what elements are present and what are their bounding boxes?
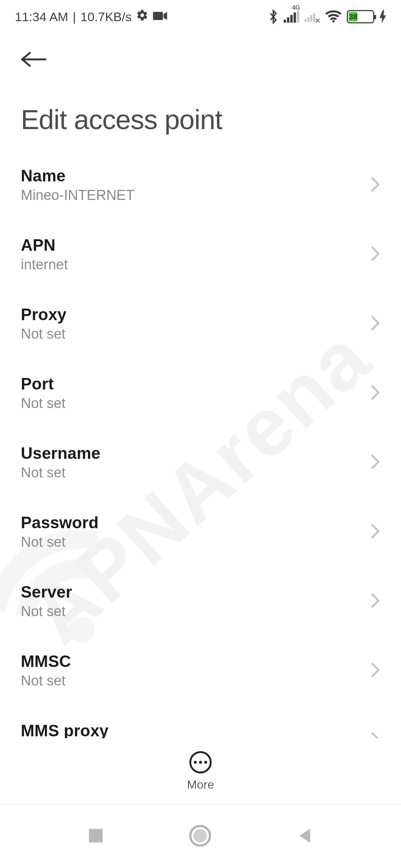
more-label: More (187, 778, 214, 792)
svg-rect-4 (294, 13, 296, 23)
chevron-right-icon (371, 246, 380, 263)
setting-value: internet (21, 257, 68, 273)
setting-text: ProxyNot set (21, 305, 66, 342)
status-bar-left: 11:34 AM | 10.7KB/s (15, 9, 167, 24)
charging-icon (379, 10, 386, 24)
setting-value: Not set (21, 326, 66, 342)
setting-row-name[interactable]: NameMineo-INTERNET (0, 150, 401, 220)
back-button[interactable] (21, 45, 50, 74)
setting-label: Proxy (21, 305, 66, 324)
setting-row-port[interactable]: PortNot set (0, 358, 401, 428)
setting-label: Port (21, 375, 65, 393)
setting-label: APN (21, 236, 68, 254)
more-button[interactable] (189, 751, 212, 773)
svg-rect-5 (297, 11, 299, 23)
svg-rect-2 (287, 17, 289, 23)
setting-value: Not set (21, 465, 100, 481)
setting-row-mms_proxy[interactable]: MMS proxyNot set (0, 705, 401, 738)
bluetooth-icon (268, 9, 278, 24)
battery-percent: 38 (349, 12, 358, 22)
status-bar: 11:34 AM | 10.7KB/s 4G 38 (0, 0, 401, 33)
svg-rect-1 (284, 20, 286, 23)
more-dots-icon (199, 761, 202, 764)
setting-text: APNinternet (21, 236, 68, 273)
chevron-right-icon (371, 593, 380, 610)
svg-point-13 (193, 829, 207, 842)
setting-row-password[interactable]: PasswordNot set (0, 497, 401, 566)
network-badge: 4G (292, 4, 300, 11)
setting-row-apn[interactable]: APNinternet (0, 220, 401, 289)
arrow-left-icon (21, 50, 47, 69)
setting-label: Name (21, 167, 134, 185)
content-area: Edit access point NameMineo-INTERNETAPNi… (0, 33, 401, 738)
setting-label: MMSC (21, 652, 71, 671)
chevron-right-icon (371, 523, 380, 540)
more-dots-icon (194, 761, 197, 764)
svg-rect-11 (89, 829, 102, 843)
setting-label: Username (21, 444, 100, 463)
setting-label: MMS proxy (21, 721, 109, 738)
setting-value: Not set (21, 395, 65, 411)
status-separator: | (73, 10, 76, 24)
svg-rect-7 (307, 17, 310, 22)
nav-home-button[interactable] (189, 825, 211, 848)
setting-label: Password (21, 513, 98, 532)
setting-row-mmsc[interactable]: MMSCNot set (0, 636, 401, 705)
nav-recent-button[interactable] (87, 827, 104, 846)
setting-text: NameMineo-INTERNET (21, 167, 134, 203)
setting-text: PasswordNot set (21, 513, 98, 550)
setting-text: MMS proxyNot set (21, 721, 109, 738)
more-dots-icon (204, 761, 207, 764)
chevron-right-icon (371, 315, 380, 332)
setting-text: UsernameNot set (21, 444, 100, 481)
page-title: Edit access point (0, 78, 401, 150)
signal-none-icon (304, 10, 320, 23)
status-bar-right: 4G 38 (268, 9, 386, 24)
svg-rect-0 (153, 11, 163, 20)
svg-rect-9 (313, 13, 315, 22)
svg-rect-3 (290, 15, 293, 23)
svg-rect-8 (310, 15, 312, 22)
setting-value: Not set (21, 673, 71, 689)
header (0, 33, 401, 78)
setting-row-username[interactable]: UsernameNot set (0, 428, 401, 497)
gear-icon (136, 9, 149, 24)
settings-list: NameMineo-INTERNETAPNinternetProxyNot se… (0, 150, 401, 738)
camera-icon (153, 10, 167, 24)
setting-row-server[interactable]: ServerNot set (0, 566, 401, 636)
chevron-right-icon (371, 385, 380, 402)
setting-value: Not set (21, 534, 98, 550)
status-time: 11:34 AM (15, 10, 68, 24)
setting-label: Server (21, 583, 72, 601)
chevron-right-icon (371, 454, 380, 471)
chevron-right-icon (371, 731, 380, 739)
status-net-speed: 10.7KB/s (81, 10, 132, 24)
chevron-right-icon (371, 662, 380, 679)
nav-back-button[interactable] (296, 827, 314, 846)
setting-text: PortNot set (21, 375, 65, 411)
signal-4g-icon: 4G (284, 10, 299, 23)
system-nav-bar (0, 805, 401, 868)
setting-value: Mineo-INTERNET (21, 187, 134, 203)
wifi-icon (325, 10, 342, 23)
setting-row-proxy[interactable]: ProxyNot set (0, 289, 401, 358)
setting-text: MMSCNot set (21, 652, 71, 689)
setting-value: Not set (21, 604, 72, 619)
svg-rect-6 (304, 19, 307, 22)
more-bar: More (0, 738, 401, 805)
battery-icon: 38 (347, 10, 374, 23)
chevron-right-icon (371, 177, 380, 194)
setting-text: ServerNot set (21, 583, 72, 619)
